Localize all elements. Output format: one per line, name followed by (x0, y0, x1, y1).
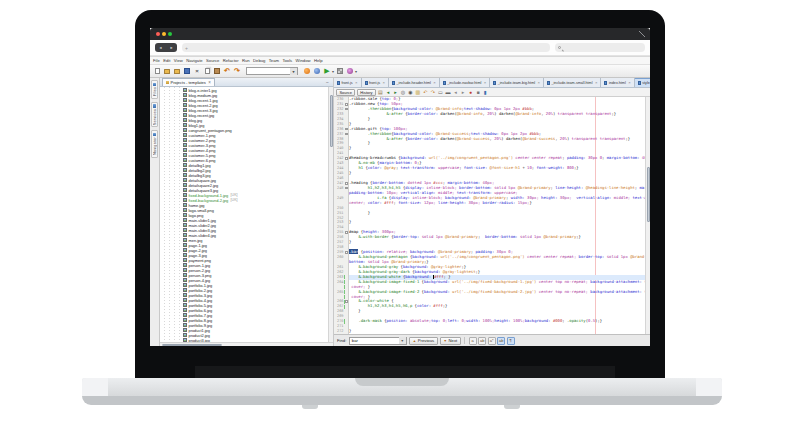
editor-tab[interactable]: front.js× (362, 78, 390, 87)
uncomment-icon[interactable]: ▬ (445, 89, 451, 95)
minimize-window-button[interactable] (162, 32, 166, 36)
menu-item[interactable]: Tools (282, 58, 292, 63)
find-input[interactable]: bar ▾ (349, 337, 407, 345)
editor-tab[interactable]: style.less× (635, 78, 650, 87)
find-next-button[interactable]: ▼ Next (440, 337, 461, 345)
close-tab-icon[interactable]: × (628, 80, 630, 85)
code-fold-icon[interactable] (345, 103, 348, 106)
debug-project-icon[interactable] (336, 67, 344, 76)
code-fold-icon[interactable] (345, 231, 348, 234)
forward-icon[interactable]: ▸ (392, 89, 398, 95)
bookmark-icon[interactable]: ▮ (482, 89, 488, 95)
history-view-button[interactable]: History (357, 89, 376, 96)
menu-item[interactable]: Debug (253, 58, 265, 63)
run-project-icon[interactable]: ▶ (323, 67, 331, 76)
profile-project-icon[interactable] (346, 67, 354, 76)
save-all-icon[interactable] (183, 67, 191, 76)
cut-icon[interactable]: × (193, 67, 201, 76)
highlight-results-toggle[interactable]: ab (497, 337, 505, 345)
docked-window-tab-files[interactable]: Files (151, 80, 158, 99)
menu-item[interactable]: Team (269, 58, 279, 63)
chevron-down-icon[interactable]: ▾ (399, 337, 406, 344)
whole-words-toggle[interactable]: ab (478, 337, 486, 345)
menu-item[interactable]: Navigate (186, 58, 203, 63)
redo-icon[interactable]: ↷ (233, 67, 241, 76)
open-project-icon[interactable] (173, 67, 181, 76)
paste-icon[interactable] (213, 67, 221, 76)
projects-tab[interactable]: Projects - templates × (162, 78, 215, 86)
code-editor[interactable]: .ribbon.sale {top: 0;}.ribbon.new {top: … (349, 97, 645, 334)
configuration-combobox[interactable]: ▾ (246, 67, 298, 75)
back-button[interactable]: ◂ (159, 45, 161, 50)
next-edit-icon[interactable]: ↷ (430, 89, 436, 95)
wrap-around-toggle[interactable]: ¶ (507, 337, 515, 345)
fullscreen-icon[interactable] (639, 31, 645, 37)
close-tab-icon[interactable]: × (433, 80, 435, 85)
code-fold-icon[interactable] (345, 182, 348, 185)
clean-and-build-icon[interactable] (313, 67, 321, 76)
source-view-button[interactable]: Source (336, 89, 355, 96)
close-tab-icon[interactable]: × (595, 80, 597, 85)
find-previous-button[interactable]: ▲ Previous (409, 337, 437, 345)
minimize-panel-icon[interactable]: − (326, 79, 331, 85)
undo-icon[interactable]: ↶ (223, 67, 231, 76)
code-fold-icon[interactable] (345, 133, 348, 136)
close-tab-icon[interactable]: × (538, 80, 540, 85)
shift-right-icon[interactable]: ▸ (460, 89, 466, 95)
shift-left-icon[interactable]: ◂ (452, 89, 458, 95)
editor-tab[interactable]: _include-team-big.html× (490, 78, 544, 87)
project-file-tree[interactable]: blog-e-inter1.jpgblog-medium.jpgblog-rec… (160, 87, 328, 342)
tree-horizontal-scrollbar[interactable] (160, 342, 333, 346)
regexp-toggle[interactable]: a* (488, 337, 496, 345)
menu-item[interactable]: Window (296, 58, 311, 63)
chevron-down-icon[interactable]: ▾ (332, 69, 334, 74)
menu-item[interactable]: Refactor (223, 58, 239, 63)
new-tab-icon[interactable]: + (185, 45, 188, 51)
menu-item[interactable]: Run (242, 58, 250, 63)
close-tab-icon[interactable]: × (383, 80, 385, 85)
previous-edit-icon[interactable]: ↶ (422, 89, 428, 95)
last-edited-icon[interactable]: ▤ (377, 89, 383, 95)
menu-item[interactable]: Help (314, 58, 323, 63)
menu-item[interactable]: File (153, 58, 160, 63)
editor-vertical-scrollbar[interactable] (645, 97, 650, 334)
tree-vertical-scrollbar[interactable] (328, 87, 333, 342)
comment-icon[interactable]: ▭ (437, 89, 443, 95)
chevron-down-icon[interactable]: ▾ (355, 69, 357, 74)
code-fold-icon[interactable] (345, 251, 348, 254)
forward-button[interactable]: ▸ (170, 45, 172, 50)
menu-item[interactable]: Source (206, 58, 219, 63)
match-case-toggle[interactable]: a (469, 337, 477, 345)
editor-tab[interactable]: _include-team-small.html× (544, 78, 601, 87)
docked-window-tab-navigator[interactable]: Navigator (151, 130, 158, 158)
menu-item[interactable]: View (174, 58, 183, 63)
editor-tab[interactable]: _include-navbar.html× (440, 78, 490, 87)
editor-tab[interactable]: _include-header.html× (389, 78, 440, 87)
browser-search-field[interactable] (555, 43, 645, 52)
code-fold-icon[interactable] (345, 300, 348, 303)
build-project-icon[interactable] (303, 67, 311, 76)
find-occurrence-icon[interactable]: ◉ (407, 89, 413, 95)
close-icon[interactable]: × (208, 80, 211, 85)
new-project-icon[interactable] (163, 67, 171, 76)
copy-icon[interactable] (203, 67, 211, 76)
editor-tab[interactable]: front.js× (334, 78, 362, 87)
menu-item[interactable]: Edit (163, 58, 170, 63)
code-fold-icon[interactable] (345, 157, 348, 160)
code-fold-icon[interactable] (345, 128, 348, 131)
new-file-icon[interactable] (153, 67, 161, 76)
close-tab-icon[interactable]: × (355, 80, 357, 85)
editor-tab[interactable]: index.html× (601, 78, 634, 87)
docked-window-tab-services[interactable]: Services (151, 102, 158, 128)
code-fold-icon[interactable] (345, 187, 348, 190)
close-tab-icon[interactable]: × (484, 80, 486, 85)
highlight-search-icon[interactable]: ▥ (415, 89, 421, 95)
find-selection-icon[interactable]: ◎ (400, 89, 406, 95)
macro-stop-icon[interactable]: ■ (475, 89, 481, 95)
back-icon[interactable]: ◂ (385, 89, 391, 95)
close-window-button[interactable] (156, 32, 160, 36)
macro-start-icon[interactable]: ● (467, 89, 473, 95)
zoom-window-button[interactable] (168, 32, 172, 36)
address-bar[interactable]: + (182, 43, 550, 52)
code-fold-icon[interactable] (345, 108, 348, 111)
